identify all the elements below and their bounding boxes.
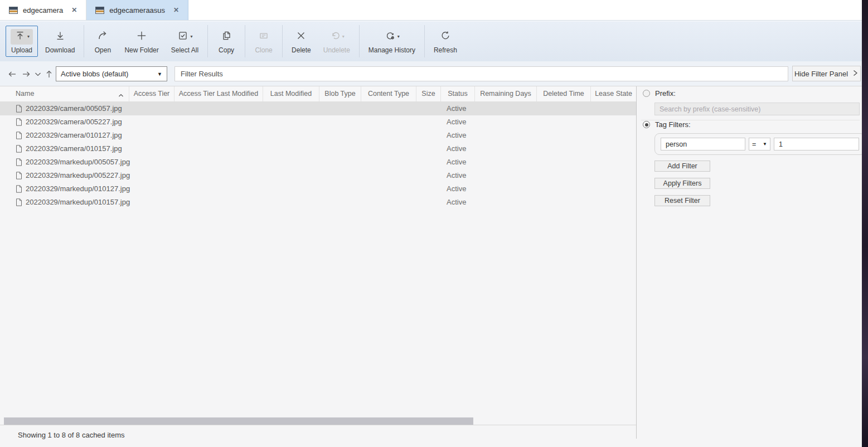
column-header-blob-type[interactable]: Blob Type	[319, 86, 361, 101]
hide-filter-panel-button[interactable]: Hide Filter Panel	[792, 66, 861, 81]
file-icon	[16, 105, 22, 115]
file-icon	[16, 158, 22, 168]
back-icon[interactable]	[7, 69, 18, 80]
file-icon	[16, 145, 22, 155]
table-row[interactable]: 20220329/markedup/010127.jpg Active	[0, 182, 636, 196]
upload-button[interactable]: ▾ Upload	[6, 26, 38, 57]
toolbar-separator	[424, 25, 425, 57]
column-header-name[interactable]: Name	[0, 86, 129, 101]
file-icon	[16, 118, 22, 128]
tag-filter-group: = ▼	[654, 133, 862, 155]
file-icon	[16, 185, 22, 195]
column-header-last-modified[interactable]: Last Modified	[263, 86, 319, 101]
new-folder-button[interactable]: New Folder	[119, 26, 163, 57]
item-count-status: Showing 1 to 8 of 8 cached items	[18, 431, 125, 439]
table-row[interactable]: 20220329/camera/005227.jpg Active	[0, 115, 636, 129]
table-row[interactable]: 20220329/camera/010127.jpg Active	[0, 129, 636, 142]
chevron-down-icon: ▼	[763, 142, 767, 147]
history-chevron-icon[interactable]	[33, 69, 44, 80]
prefix-search-input[interactable]	[654, 103, 860, 115]
tag-value-input[interactable]	[774, 138, 859, 150]
tag-filters-radio[interactable]	[643, 121, 650, 128]
blob-view-dropdown[interactable]: Active blobs (default) ▼	[56, 66, 167, 81]
clone-icon	[258, 30, 270, 44]
clone-button: Clone	[249, 26, 278, 57]
column-header-content-type[interactable]: Content Type	[361, 86, 416, 101]
chevron-right-icon	[852, 69, 859, 79]
file-icon	[16, 132, 22, 142]
tab-edgecameraasus[interactable]: edgecameraasus ✕	[86, 0, 188, 20]
column-header-deleted-time[interactable]: Deleted Time	[537, 86, 591, 101]
column-header-access-tier[interactable]: Access Tier	[129, 86, 174, 101]
blob-view-value: Active blobs (default)	[61, 70, 128, 78]
apply-filters-button[interactable]: Apply Filters	[654, 178, 710, 189]
navigation-bar: Active blobs (default) ▼ Hide Filter Pan…	[0, 61, 862, 86]
column-header-size[interactable]: Size	[416, 86, 441, 101]
status-bar: Showing 1 to 8 of 8 cached items	[0, 425, 636, 447]
table-rows: 20220329/camera/005057.jpg Active 202203…	[0, 102, 636, 209]
toolbar-separator	[245, 25, 245, 57]
undelete-button: ▾ Undelete	[318, 26, 355, 57]
chevron-down-icon: ▾	[190, 35, 192, 39]
tag-operator-dropdown[interactable]: = ▼	[749, 138, 770, 150]
manage-history-icon	[384, 30, 396, 44]
chevron-down-icon: ▾	[342, 35, 345, 39]
filter-panel: Prefix: Tag Filters: = ▼ Add Filter Appl…	[637, 86, 862, 447]
refresh-icon	[439, 30, 452, 44]
manage-history-button[interactable]: ▾ Manage History	[363, 26, 420, 57]
tag-filters-label: Tag Filters:	[655, 120, 691, 129]
horizontal-scrollbar[interactable]	[4, 417, 473, 425]
chevron-down-icon: ▾	[27, 35, 30, 39]
blob-container-icon	[95, 7, 104, 14]
undelete-icon	[329, 30, 341, 44]
toolbar-separator	[359, 25, 360, 57]
chevron-down-icon: ▼	[157, 71, 162, 77]
blob-table: Name Access Tier Access Tier Last Modifi…	[0, 86, 636, 447]
storage-explorer-window: edgecamera ✕ edgecameraasus ✕ ▾ Upload D…	[0, 0, 868, 447]
table-row[interactable]: 20220329/markedup/005227.jpg Active	[0, 169, 636, 182]
refresh-button[interactable]: Refresh	[429, 26, 462, 57]
copy-icon	[220, 30, 232, 44]
select-all-icon	[177, 30, 189, 44]
up-level-icon[interactable]	[43, 69, 55, 80]
content-area: Name Access Tier Access Tier Last Modifi…	[0, 86, 862, 447]
copy-button[interactable]: Copy	[212, 26, 241, 57]
close-icon[interactable]: ✕	[71, 6, 77, 14]
toolbar-separator	[282, 25, 283, 57]
add-filter-button[interactable]: Add Filter	[654, 161, 710, 172]
forward-icon[interactable]	[21, 69, 32, 80]
tab-edgecamera[interactable]: edgecamera ✕	[0, 0, 86, 20]
column-header-lease-state[interactable]: Lease State	[591, 86, 636, 101]
table-row[interactable]: 20220329/markedup/005057.jpg Active	[0, 156, 636, 169]
file-icon	[16, 172, 22, 182]
download-button[interactable]: Download	[40, 26, 80, 57]
close-icon[interactable]: ✕	[173, 6, 179, 14]
open-button[interactable]: Open	[88, 26, 117, 57]
sort-ascending-icon	[118, 89, 124, 101]
table-row[interactable]: 20220329/camera/010157.jpg Active	[0, 142, 636, 156]
column-header-remaining-days[interactable]: Remaining Days	[475, 86, 537, 101]
tab-bar: edgecamera ✕ edgecameraasus ✕	[0, 0, 862, 21]
prefix-label: Prefix:	[655, 89, 676, 98]
toolbar-separator	[84, 25, 84, 57]
table-row[interactable]: 20220329/markedup/010157.jpg Active	[0, 196, 636, 209]
open-icon	[96, 30, 109, 44]
filter-results-input[interactable]	[174, 66, 788, 81]
column-header-access-tier-last-modified[interactable]: Access Tier Last Modified	[174, 86, 263, 101]
toolbar: ▾ Upload Download Open New Folder ▾ Sele…	[0, 21, 862, 61]
column-header-status[interactable]: Status	[441, 86, 475, 101]
reset-filter-button[interactable]: Reset Filter	[654, 195, 710, 206]
delete-button[interactable]: Delete	[287, 26, 316, 57]
prefix-radio[interactable]	[643, 90, 650, 97]
table-header: Name Access Tier Access Tier Last Modifi…	[0, 86, 636, 102]
chevron-down-icon: ▾	[397, 35, 400, 39]
upload-icon	[14, 30, 26, 44]
new-folder-icon	[135, 30, 148, 44]
tag-key-input[interactable]	[661, 138, 745, 150]
download-icon	[54, 30, 66, 44]
table-row[interactable]: 20220329/camera/005057.jpg Active	[0, 102, 636, 115]
tab-label: edgecameraasus	[109, 6, 165, 14]
desktop-background-sliver	[862, 0, 868, 447]
select-all-button[interactable]: ▾ Select All	[166, 26, 203, 57]
blob-container-icon	[9, 7, 18, 14]
